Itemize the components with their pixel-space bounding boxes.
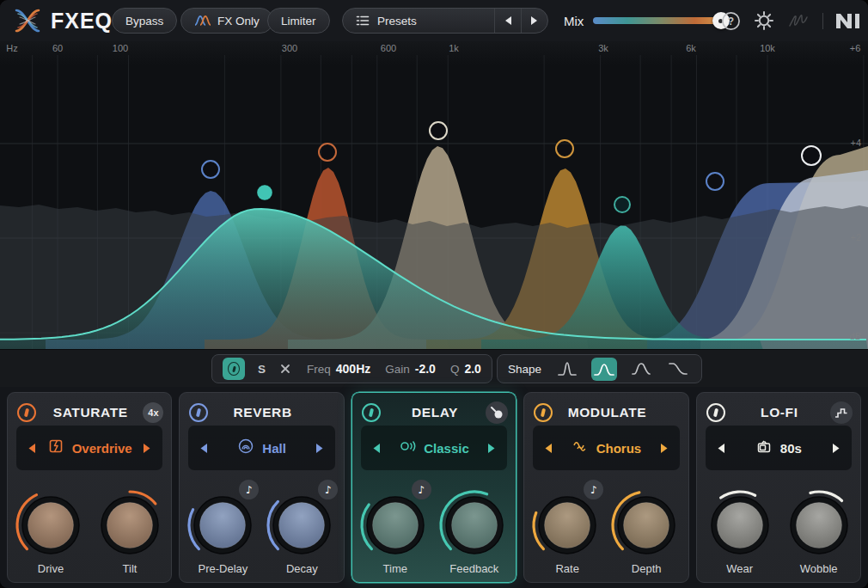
bitcrush-icon[interactable]: [830, 401, 853, 424]
knob-label: Rate: [528, 562, 607, 575]
shape-band-shelf-button[interactable]: [628, 358, 654, 381]
module-power-button[interactable]: [362, 403, 381, 422]
q-value[interactable]: 2.0: [464, 362, 480, 376]
wobble-knob[interactable]: [779, 486, 859, 565]
gear-icon: [754, 10, 774, 31]
db-tick-label: +2: [850, 232, 861, 242]
knob-label: Tilt: [90, 562, 169, 575]
tilt-knob[interactable]: [90, 486, 169, 565]
ni-logo: [836, 14, 859, 28]
mix-slider[interactable]: [593, 17, 729, 24]
band-power-button[interactable]: [223, 358, 245, 380]
knob-label: Wear: [700, 562, 779, 575]
shape-bell-narrow-button[interactable]: [554, 358, 580, 381]
eq-band-handle[interactable]: [802, 146, 821, 165]
band-settings-group: S Freq 400Hz Gain -2.0 Q 2.0: [211, 354, 492, 383]
freq-label: Freq: [307, 363, 331, 376]
selector-value: Overdrive: [72, 441, 132, 456]
module-panel-saturate[interactable]: SATURATE 4x Overdrive Drive: [7, 392, 172, 583]
shape-bell-button[interactable]: [591, 358, 617, 381]
fx-only-button[interactable]: FX Only: [180, 8, 273, 34]
module-power-button[interactable]: [706, 403, 725, 422]
preset-label: Presets: [377, 15, 417, 28]
pingpong-icon[interactable]: [486, 401, 508, 424]
knob-label: Time: [356, 562, 435, 575]
knob-label: Feedback: [435, 562, 514, 575]
preset-next-button[interactable]: [521, 9, 547, 33]
eq-band-handle[interactable]: [706, 173, 724, 190]
mix-control: Mix: [564, 0, 729, 41]
module-type-selector: Classic: [361, 426, 507, 470]
top-bar: FXEQ Bypass FX Only Limiter Presets: [0, 0, 868, 41]
eq-band-handle[interactable]: [430, 122, 447, 139]
plugin-window: FXEQ Bypass FX Only Limiter Presets: [0, 0, 868, 588]
preset-prev-button[interactable]: [494, 9, 521, 33]
selector-value: Classic: [424, 441, 469, 456]
eq-band-handle[interactable]: [319, 144, 336, 161]
preset-selector[interactable]: Presets: [342, 8, 548, 34]
chorus-icon: [572, 438, 589, 458]
module-panel-lofi[interactable]: LO-FI 80s Wear: [696, 392, 861, 583]
selector-prev-button[interactable]: [717, 443, 725, 454]
preset-list-icon: [356, 15, 370, 27]
freq-tick-label: 300: [282, 43, 297, 53]
knob-label: Decay: [262, 562, 341, 575]
selector-next-button[interactable]: [315, 443, 324, 454]
module-panel-delay[interactable]: DELAY Classic ♪ Time: [351, 392, 517, 583]
limiter-button[interactable]: Limiter: [267, 8, 330, 34]
eq-band-handle[interactable]: [257, 185, 272, 200]
shape-selector-group: Shape: [497, 354, 702, 383]
selector-prev-button[interactable]: [199, 443, 208, 454]
selector-prev-button[interactable]: [28, 443, 36, 454]
freq-value[interactable]: 400Hz: [336, 362, 370, 376]
drive-knob[interactable]: [11, 486, 90, 565]
wear-knob[interactable]: [700, 486, 779, 565]
shape-high-cut-button[interactable]: [665, 358, 691, 381]
band-delete-button[interactable]: [278, 364, 292, 374]
module-type-selector: Overdrive: [16, 426, 162, 470]
signature-icon: [787, 11, 810, 30]
eq-band-handle[interactable]: [614, 197, 630, 212]
module-type-selector: Chorus: [533, 426, 679, 470]
knob-label: Drive: [11, 562, 90, 575]
selector-next-button[interactable]: [143, 443, 151, 454]
depth-knob[interactable]: [607, 486, 686, 565]
help-button[interactable]: ?: [721, 11, 741, 31]
classic-icon: [399, 438, 416, 458]
band-solo-button[interactable]: S: [256, 363, 267, 376]
high-cut-icon: [668, 360, 688, 377]
freq-tick-label: 100: [113, 43, 128, 53]
fxeq-logo-icon: [12, 6, 43, 35]
topbar-utility-icons: ?: [721, 0, 859, 41]
freq-tick-label: 3k: [598, 43, 608, 53]
bypass-label: Bypass: [125, 15, 163, 28]
power-icon: [228, 362, 240, 376]
module-type-selector: Hall: [188, 426, 334, 470]
app-title: FXEQ: [51, 9, 113, 34]
gain-value[interactable]: -2.0: [415, 362, 436, 376]
selector-prev-button[interactable]: [544, 443, 553, 454]
tv-icon: [755, 438, 773, 458]
bypass-button[interactable]: Bypass: [112, 8, 177, 34]
module-panel-modulate[interactable]: MODULATE Chorus ♪ Rate: [523, 392, 688, 583]
eq-curves: [0, 41, 868, 349]
eq-display[interactable]: Hz601003006001k3k6k10k+6 +4+2dB: [0, 41, 868, 349]
module-panel-reverb[interactable]: REVERB Hall ♪ Pre-Delay♪: [179, 392, 344, 583]
selector-prev-button[interactable]: [372, 443, 381, 454]
eq-band-handle[interactable]: [556, 140, 573, 157]
selector-next-button[interactable]: [487, 443, 496, 454]
gain-label: Gain: [385, 363, 410, 376]
fx-modules: SATURATE 4x Overdrive Drive: [0, 387, 868, 588]
feedback-knob[interactable]: [435, 486, 514, 565]
tempo-sync-badge[interactable]: ♪: [412, 480, 431, 499]
module-title: MODULATE: [534, 405, 680, 420]
selector-next-button[interactable]: [660, 443, 669, 454]
close-icon: [280, 364, 290, 374]
selector-next-button[interactable]: [832, 443, 840, 454]
module-power-button[interactable]: [17, 403, 36, 422]
settings-button[interactable]: [754, 10, 774, 31]
freq-tick-label: 10k: [760, 43, 775, 53]
q-label: Q: [450, 363, 460, 376]
band-controls-bar: S Freq 400Hz Gain -2.0 Q 2.0 Shape: [0, 349, 868, 387]
eq-band-handle[interactable]: [202, 161, 219, 178]
